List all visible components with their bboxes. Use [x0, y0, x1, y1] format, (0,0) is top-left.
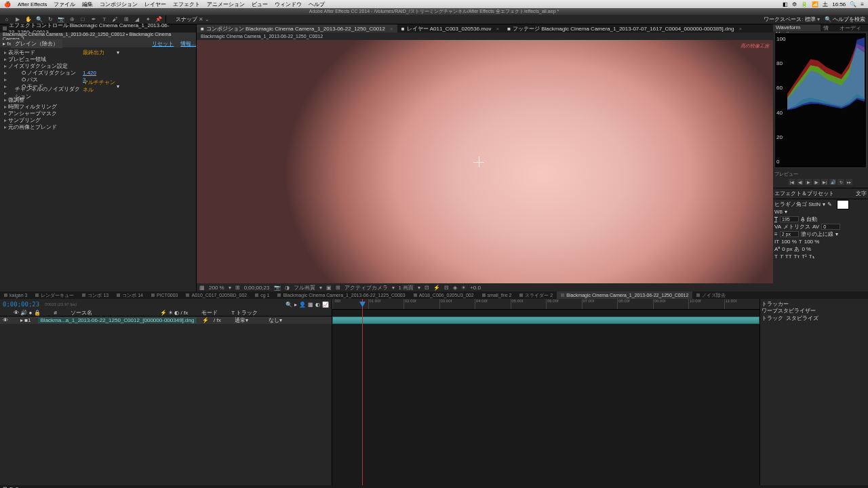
timeline-tab[interactable]: cg 1: [251, 291, 273, 299]
pixel-aspect-icon[interactable]: ⊡: [425, 285, 429, 291]
menu-layer[interactable]: レイヤー: [144, 1, 166, 8]
effect-param-row[interactable]: ▸Ö ノイズリダクション1.420: [0, 69, 196, 76]
menubar-icon[interactable]: 📶: [812, 1, 818, 7]
font-size-input[interactable]: [780, 216, 799, 222]
composition-viewer[interactable]: 高の映像工房: [197, 40, 773, 283]
comp-tab[interactable]: ■コンポジション Blackmagic Cinema Camera_1_2013…: [197, 24, 397, 33]
italic-icon[interactable]: T: [780, 253, 783, 260]
timeline-tab[interactable]: small_fire 2: [478, 291, 516, 299]
frame-blend-icon[interactable]: ▦: [308, 302, 313, 308]
menu-help[interactable]: ヘルプ: [309, 1, 325, 8]
snapshot-icon[interactable]: 📷: [274, 285, 281, 291]
menu-animation[interactable]: アニメーション: [207, 1, 245, 8]
spotlight-icon[interactable]: 🔍: [850, 1, 856, 7]
channels-icon[interactable]: ◑: [285, 285, 290, 291]
zoom-icon[interactable]: ▦: [199, 285, 205, 291]
font-style-select[interactable]: W8: [774, 209, 783, 215]
timeline-tab[interactable]: A018_C006_0205U3_002: [410, 291, 478, 299]
subscript-icon[interactable]: T₁: [809, 253, 814, 260]
effect-param-row[interactable]: ▸微調整: [0, 96, 196, 103]
close-icon[interactable]: ×: [390, 26, 393, 32]
prev-frame-icon[interactable]: ◀|: [797, 179, 804, 185]
menubar-icon[interactable]: ⚙: [792, 1, 797, 7]
param-value[interactable]: マルチチャンネル: [83, 79, 117, 94]
reset-link[interactable]: リセット: [152, 40, 174, 47]
vscale-value[interactable]: 100 %: [781, 239, 797, 245]
effect-param-row[interactable]: ▸プレビュー領域: [0, 56, 196, 62]
comp-mini-icon[interactable]: ▸: [294, 302, 297, 308]
info-link[interactable]: 情報...: [180, 40, 196, 47]
timeline-tab[interactable]: スライダー 2: [515, 291, 557, 299]
timeline-tab[interactable]: Blackmagic Cinema Camera_1_2013-06-22_12…: [273, 291, 409, 299]
close-icon[interactable]: ×: [738, 26, 742, 32]
tab-audio[interactable]: オーディオ: [837, 24, 868, 31]
effect-param-row[interactable]: ▸ノイズリダクション設定: [0, 62, 196, 69]
menu-view[interactable]: ビュー: [252, 1, 268, 8]
comp-tab[interactable]: ■フッテージ Blackmagic Cinema Camera_1_2013-0…: [503, 24, 746, 33]
time-display[interactable]: 0;00;00;23: [244, 285, 270, 291]
apple-icon[interactable]: 🍎: [4, 1, 11, 7]
loop-icon[interactable]: ↻: [837, 179, 844, 185]
close-icon[interactable]: ×: [496, 26, 499, 32]
timeline-layer-row[interactable]: 👁▸ ■ 1 Blackma...a_1_2013-06-22_1250_C00…: [0, 317, 332, 324]
time-ruler[interactable]: :00f01:00f02:00f03:00f04:00f05:00f06:00f…: [332, 299, 760, 310]
kerning-select[interactable]: メトリクス: [783, 223, 810, 230]
effect-param-row[interactable]: ▸時間フィルタリング: [0, 103, 196, 110]
menu-file[interactable]: ファイル: [54, 1, 75, 8]
notification-icon[interactable]: ≡: [861, 1, 864, 7]
app-menu[interactable]: After Effects: [18, 1, 47, 7]
bold-icon[interactable]: T: [774, 253, 778, 260]
timeline-tab[interactable]: ノイズ除去: [692, 291, 730, 299]
layer-track[interactable]: なし: [269, 317, 279, 324]
motion-blur-icon[interactable]: ◐: [315, 302, 320, 308]
timeline-tab[interactable]: A010_C017_0205BD_002: [182, 291, 251, 299]
hscale-value[interactable]: 100 %: [804, 239, 820, 245]
timeline-tab[interactable]: レンダーキュー: [31, 291, 78, 299]
font-family-select[interactable]: ヒラギノ角ゴ StdN: [774, 201, 821, 208]
comp-breadcrumb[interactable]: Blackmagic Cinema Camera_1_2013-06-22_12…: [197, 33, 773, 40]
tab-info[interactable]: 情報: [821, 24, 836, 31]
param-value[interactable]: 最終出力: [83, 49, 117, 56]
play-icon[interactable]: ▶: [805, 179, 812, 185]
audio-icon[interactable]: 🔊: [829, 179, 836, 185]
timeline-tab[interactable]: Blackmagic Cinema Camera_1_2013-06-22_12…: [557, 291, 692, 299]
resolution-value[interactable]: フル画質: [294, 284, 315, 291]
param-value[interactable]: 1.420: [83, 70, 117, 76]
layer-name[interactable]: Blackma...a_1_2013-06-22_1250_C0012_[000…: [38, 317, 197, 323]
timeline-icon[interactable]: ⊟: [444, 285, 449, 291]
graph-editor-icon[interactable]: 📈: [322, 302, 329, 308]
effect-param-row[interactable]: ▸元の画像とブレンド: [0, 123, 196, 130]
tsume-value[interactable]: 0 %: [802, 246, 811, 252]
workspace-selector[interactable]: ワークスペース: 標準 ▾ 🔍 ヘルプを検索: [764, 16, 865, 23]
current-timecode[interactable]: 0;00;00;23: [3, 301, 39, 308]
timeline-tab[interactable]: コンポ 14: [113, 291, 147, 299]
next-frame-icon[interactable]: |▶: [813, 179, 820, 185]
tracker-btn-stabilize[interactable]: スタビライズ: [786, 314, 818, 322]
timeline-track-area[interactable]: :00f01:00f02:00f03:00f04:00f05:00f06:00f…: [332, 299, 760, 485]
eyedropper-icon[interactable]: ✎: [827, 201, 832, 207]
timeline-tab[interactable]: コンポ 13: [78, 291, 113, 299]
leading-select[interactable]: 自動: [806, 216, 817, 223]
menubar-icon[interactable]: ◧: [783, 1, 788, 7]
search-icon[interactable]: 🔍: [285, 302, 292, 308]
tab-waveform[interactable]: Waveform Monitor: [773, 24, 821, 31]
effect-param-row[interactable]: ▸アンシャープマスク: [0, 110, 196, 117]
allcaps-icon[interactable]: TT: [785, 253, 792, 260]
menu-window[interactable]: ウィンドウ: [275, 1, 302, 8]
tracker-btn-track[interactable]: トラック: [762, 314, 783, 322]
fast-preview-icon[interactable]: ⚡: [433, 285, 440, 291]
menu-composition[interactable]: コンポジション: [100, 1, 138, 8]
tracker-btn-warp[interactable]: ワープスタビライザー: [762, 307, 816, 314]
layer-clip[interactable]: [332, 317, 760, 324]
exposure-icon[interactable]: ☀: [461, 285, 466, 291]
smallcaps-icon[interactable]: Tт: [794, 253, 800, 260]
timeline-tab[interactable]: kaigan 3: [0, 291, 31, 299]
first-frame-icon[interactable]: |◀: [789, 179, 795, 185]
grid-icon[interactable]: ⊞: [336, 285, 340, 291]
menu-edit[interactable]: 編集: [82, 1, 93, 8]
baseline-value[interactable]: 0 px: [782, 246, 792, 252]
view-count[interactable]: 1 画面: [399, 284, 414, 291]
toggle-switches-icon[interactable]: ⊞ ◐ {}: [3, 486, 19, 489]
ram-preview-icon[interactable]: ▸▸: [846, 179, 852, 185]
flowchart-icon[interactable]: ◈: [453, 285, 457, 291]
